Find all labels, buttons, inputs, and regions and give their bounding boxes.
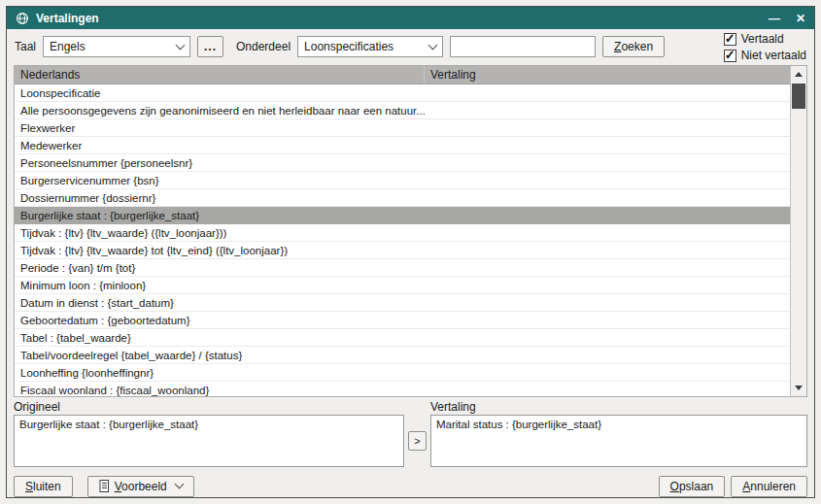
table-row[interactable]: Burgerservicenummer {bsn} <box>15 172 790 189</box>
niet-vertaald-checkbox[interactable] <box>724 50 736 62</box>
chevron-down-icon <box>174 480 184 489</box>
table-row[interactable]: Dossiernummer {dossiernr} <box>15 189 790 207</box>
niet-vertaald-label: Niet vertaald <box>741 49 806 62</box>
column-header-vertaling[interactable]: Vertaling <box>425 68 790 82</box>
vertical-scrollbar[interactable] <box>790 66 806 396</box>
table-row[interactable]: Periode : {van} t/m {tot} <box>15 259 790 277</box>
table-row[interactable]: Alle persoonsgegevens zijn geanonimiseer… <box>15 102 790 119</box>
table-body: Loonspecificatie Alle persoonsgegevens z… <box>15 84 790 396</box>
cell-nederlands: Tijdvak : {ltv} {ltv_waarde} ({ltv_loonj… <box>15 227 425 239</box>
vertaald-checkbox[interactable] <box>724 33 736 46</box>
arrow-up-icon <box>795 72 803 77</box>
taal-select-value: Engels <box>50 40 86 53</box>
globe-icon <box>16 12 29 25</box>
table-row[interactable]: Flexwerker <box>15 119 790 137</box>
cell-nederlands: Flexwerker <box>15 122 425 134</box>
window-title: Vertalingen <box>36 12 99 25</box>
table-row[interactable]: Fiscaal woonland : {fiscaal_woonland} <box>15 382 790 396</box>
chevron-down-icon <box>428 40 438 50</box>
table-row[interactable]: Tijdvak : {ltv} {ltv_waarde} ({ltv_loonj… <box>15 224 790 242</box>
close-button[interactable]: ✕ <box>796 13 805 24</box>
vertaald-filter[interactable]: Vertaald <box>724 32 806 46</box>
cell-nederlands: Alle persoonsgegevens zijn geanonimiseer… <box>15 105 425 117</box>
table-header: Nederlands Vertaling <box>15 66 790 84</box>
cell-nederlands: Tabel : {tabel_waarde} <box>15 332 425 344</box>
translation-table: Nederlands Vertaling Loonspecificatie Al… <box>14 65 807 397</box>
vertaling-label: Vertaling <box>430 400 807 414</box>
vertaald-label: Vertaald <box>741 32 784 46</box>
cell-nederlands: Tabel/voordeelregel {tabel_waarde} / {st… <box>15 350 425 361</box>
translations-dialog: Vertalingen — ✕ Taal Engels ... Onderdee… <box>6 6 815 498</box>
cell-nederlands: Medewerker <box>15 140 425 151</box>
minimize-button[interactable]: — <box>769 13 780 24</box>
cell-nederlands: Tijdvak : {ltv} {ltv_waarde} tot {ltv_ei… <box>15 245 425 256</box>
titlebar: Vertalingen — ✕ <box>7 7 814 29</box>
cell-nederlands: Personeelsnummer {personeelsnr} <box>15 157 425 169</box>
scroll-down-button[interactable] <box>791 380 806 396</box>
arrow-down-icon <box>795 386 803 390</box>
vertaling-textarea[interactable]: Marital status : {burgerlijke_staat} <box>430 415 807 467</box>
table-row[interactable]: Geboortedatum : {geboortedatum} <box>15 312 790 329</box>
scrollbar-thumb[interactable] <box>792 84 805 109</box>
table-row[interactable]: Loonspecificatie <box>15 84 790 102</box>
browse-language-button[interactable]: ... <box>197 36 223 57</box>
chevron-down-icon <box>176 40 186 50</box>
document-preview-icon <box>99 480 110 492</box>
onderdeel-select[interactable]: Loonspecificaties <box>297 36 443 57</box>
voorbeeld-button[interactable]: Voorbeeld <box>87 476 194 497</box>
toolbar: Taal Engels ... Onderdeel Loonspecificat… <box>7 29 814 64</box>
onderdeel-label: Onderdeel <box>236 40 291 53</box>
taal-select[interactable]: Engels <box>43 36 190 57</box>
cell-nederlands: Minimum loon : {minloon} <box>15 280 425 291</box>
origineel-textarea[interactable]: Burgerlijke staat : {burgerlijke_staat} <box>14 415 404 467</box>
cell-nederlands: Burgerservicenummer {bsn} <box>15 175 425 186</box>
opslaan-button[interactable]: Opslaan <box>659 476 726 497</box>
table-row[interactable]: Medewerker <box>15 137 790 154</box>
table-row[interactable]: Tijdvak : {ltv} {ltv_waarde} tot {ltv_ei… <box>15 242 790 259</box>
cell-nederlands: Fiscaal woonland : {fiscaal_woonland} <box>15 385 425 396</box>
table-row[interactable]: Datum in dienst : {start_datum} <box>15 294 790 312</box>
table-row[interactable]: Loonheffing {loonheffingnr} <box>15 364 790 382</box>
cell-nederlands: Periode : {van} t/m {tot} <box>15 262 425 274</box>
copy-to-translation-button[interactable]: > <box>408 431 427 451</box>
table-row[interactable]: Tabel : {tabel_waarde} <box>15 329 790 347</box>
cell-nederlands: Loonheffing {loonheffingnr} <box>15 367 425 379</box>
table-row[interactable]: Burgerlijke staat : {burgerlijke_staat} <box>15 207 790 224</box>
detail-labels: Origineel Vertaling <box>7 397 814 415</box>
cell-nederlands: Loonspecificatie <box>15 87 425 99</box>
cell-nederlands: Datum in dienst : {start_datum} <box>15 297 425 309</box>
cell-nederlands: Dossiernummer {dossiernr} <box>15 192 425 204</box>
search-input[interactable] <box>450 36 596 57</box>
zoeken-button[interactable]: Zoeken <box>602 36 665 57</box>
footer: Sluiten Voorbeeld Opslaan Annuleren <box>7 467 814 497</box>
annuleren-button[interactable]: Annuleren <box>731 476 807 497</box>
sluiten-button[interactable]: Sluiten <box>14 476 73 497</box>
table-row[interactable]: Personeelsnummer {personeelsnr} <box>15 154 790 172</box>
filter-checkboxes: Vertaald Niet vertaald <box>724 31 806 62</box>
cell-nederlands: Burgerlijke staat : {burgerlijke_staat} <box>15 210 425 221</box>
detail-editors: Burgerlijke staat : {burgerlijke_staat} … <box>7 415 814 467</box>
table-row[interactable]: Tabel/voordeelregel {tabel_waarde} / {st… <box>15 347 790 364</box>
taal-label: Taal <box>15 40 36 53</box>
niet-vertaald-filter[interactable]: Niet vertaald <box>724 49 806 62</box>
scroll-up-button[interactable] <box>791 66 806 83</box>
cell-nederlands: Geboortedatum : {geboortedatum} <box>15 315 425 326</box>
onderdeel-select-value: Loonspecificaties <box>304 40 393 53</box>
table-row[interactable]: Minimum loon : {minloon} <box>15 277 790 294</box>
column-header-nederlands[interactable]: Nederlands <box>15 66 425 84</box>
origineel-label: Origineel <box>14 400 404 414</box>
